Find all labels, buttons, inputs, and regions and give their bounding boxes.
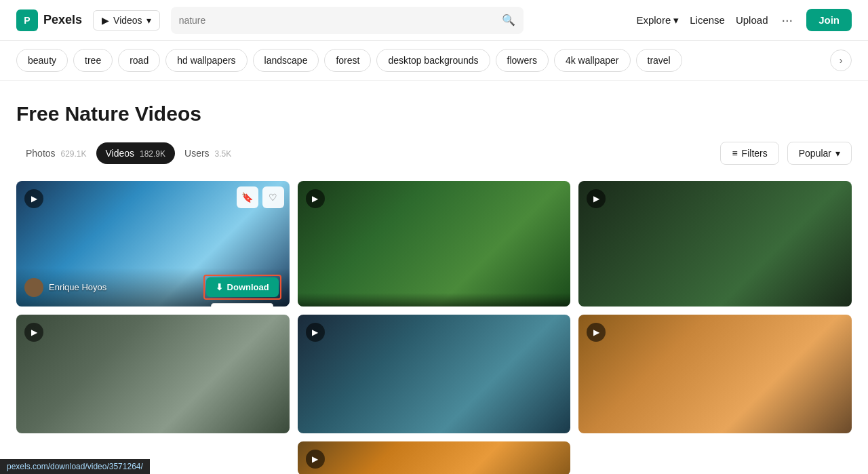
more-options-button[interactable]: ···	[778, 12, 795, 28]
tag-4k-wallpaper[interactable]: 4k wallpaper	[554, 49, 631, 72]
play-button[interactable]: ▶	[587, 323, 606, 342]
filter-right: ≡ Filters Popular ▾	[720, 142, 852, 165]
tag-tree[interactable]: tree	[73, 49, 113, 72]
tab-videos[interactable]: Videos 182.9K	[96, 142, 176, 164]
tag-travel[interactable]: travel	[636, 49, 682, 72]
popular-dropdown-button[interactable]: Popular ▾	[787, 142, 852, 165]
tags-row: beauty tree road hd wallpapers landscape…	[0, 41, 868, 81]
card-actions: 🔖 ♡	[237, 186, 284, 208]
video-card[interactable]: ▶ 🔖 ♡ Enrique Hoyos ⬇ Download	[16, 181, 290, 307]
tag-desktop-backgrounds[interactable]: desktop backgrounds	[376, 49, 490, 72]
search-input[interactable]	[179, 15, 502, 26]
video-card[interactable]: ▶	[16, 315, 290, 433]
author-name: Enrique Hoyos	[49, 282, 106, 292]
explore-button[interactable]: Explore ▾	[636, 14, 679, 26]
video-grid: ▶ 🔖 ♡ Enrique Hoyos ⬇ Download	[16, 181, 852, 474]
video-card[interactable]: ▶	[578, 181, 852, 307]
play-button[interactable]: ▶	[306, 450, 325, 469]
download-icon: ⬇	[216, 282, 223, 292]
status-bar: pexels.com/download/video/3571264/	[0, 459, 150, 474]
download-button[interactable]: ⬇ Download	[206, 277, 279, 297]
logo-link[interactable]: P Pexels	[16, 9, 82, 31]
videos-label: Videos	[113, 15, 142, 26]
tag-landscape[interactable]: landscape	[253, 49, 319, 72]
chevron-down-icon: ▾	[835, 148, 840, 159]
play-button[interactable]: ▶	[587, 189, 606, 208]
videos-dropdown-button[interactable]: ▶ Videos ▾	[93, 10, 160, 31]
video-card[interactable]: ▶	[578, 315, 852, 433]
video-card[interactable]: ▶	[298, 441, 571, 474]
video-card[interactable]: ▶	[298, 315, 571, 433]
play-button[interactable]: ▶	[306, 323, 325, 342]
tab-users[interactable]: Users 3.5K	[175, 142, 241, 164]
download-tooltip: Download	[211, 303, 273, 307]
tags-scroll-right-button[interactable]: ›	[830, 50, 852, 71]
filter-bar: Photos 629.1K Videos 182.9K Users 3.5K ≡…	[16, 142, 852, 165]
download-wrapper: ⬇ Download Download	[203, 275, 281, 300]
play-button[interactable]: ▶	[24, 189, 43, 208]
main-content: Free Nature Videos Photos 629.1K Videos …	[0, 81, 868, 474]
tab-photos[interactable]: Photos 629.1K	[16, 142, 96, 164]
play-button[interactable]: ▶	[24, 323, 43, 342]
explore-label: Explore	[636, 14, 671, 26]
bookmark-button[interactable]: 🔖	[237, 186, 258, 208]
card-bottom: Enrique Hoyos ⬇ Download Download	[16, 268, 290, 307]
video-card[interactable]: ▶	[298, 181, 571, 307]
page-title: Free Nature Videos	[16, 102, 852, 125]
filters-button[interactable]: ≡ Filters	[720, 142, 778, 165]
chevron-down-icon: ▾	[673, 14, 679, 26]
video-icon: ▶	[102, 15, 109, 26]
header: P Pexels ▶ Videos ▾ 🔍 Explore ▾ License …	[0, 0, 868, 41]
filter-icon: ≡	[732, 148, 737, 159]
chevron-down-icon: ▾	[146, 15, 151, 26]
tooltip-highlight: ⬇ Download	[203, 275, 281, 300]
card-bottom	[298, 293, 571, 307]
tag-road[interactable]: road	[118, 49, 160, 72]
search-icon: 🔍	[502, 14, 515, 26]
header-right: Explore ▾ License Upload ··· Join	[636, 9, 852, 31]
tag-hd-wallpapers[interactable]: hd wallpapers	[165, 49, 247, 72]
tag-forest[interactable]: forest	[324, 49, 371, 72]
join-button[interactable]: Join	[806, 9, 852, 31]
tag-flowers[interactable]: flowers	[496, 49, 549, 72]
logo-icon: P	[16, 9, 38, 31]
filter-tabs: Photos 629.1K Videos 182.9K Users 3.5K	[16, 142, 241, 164]
logo-text: Pexels	[43, 13, 82, 27]
license-button[interactable]: License	[690, 14, 725, 26]
upload-button[interactable]: Upload	[736, 14, 768, 26]
author-info: Enrique Hoyos	[24, 278, 106, 297]
tag-beauty[interactable]: beauty	[16, 49, 68, 72]
play-button[interactable]: ▶	[306, 189, 325, 208]
search-bar: 🔍	[171, 7, 524, 34]
like-button[interactable]: ♡	[262, 186, 284, 208]
avatar	[24, 278, 43, 297]
